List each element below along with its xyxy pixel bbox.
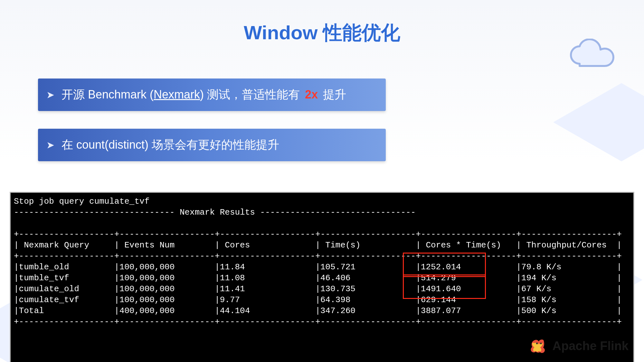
bullet-count-distinct: ➤ 在 count(distinct) 场景会有更好的性能提升 [38, 129, 386, 161]
speedup-highlight: 2x [305, 88, 318, 101]
terminal-line: |Total |400,000,000 |44.104 |347.260 |38… [14, 306, 622, 316]
slide-title: Window 性能优化 [0, 20, 644, 46]
bullet-benchmark: ➤ 开源 Benchmark (Nexmark) 测试，普适性能有 2x 提升 [38, 79, 386, 111]
terminal-line: |cumulate_old |100,000,000 |11.41 |130.7… [14, 284, 622, 294]
decorative-cube [553, 83, 644, 161]
terminal-line: Stop job query cumulate_tvf [14, 197, 149, 206]
terminal-line: |cumulate_tvf |100,000,000 |9.77 |64.398… [14, 295, 622, 305]
chevron-right-icon: ➤ [46, 139, 54, 151]
footer-logo: Apache Flink [529, 337, 629, 355]
terminal-output: Stop job query cumulate_tvf ------------… [10, 192, 634, 362]
terminal-line: +-------------------+-------------------… [14, 251, 622, 261]
chevron-right-icon: ➤ [46, 89, 54, 100]
slide: Window 性能优化 ➤ 开源 Benchmark (Nexmark) 测试，… [0, 0, 644, 362]
bullet-text: 开源 Benchmark (Nexmark) 测试，普适性能有 2x 提升 [62, 87, 346, 103]
bullet-text: 在 count(distinct) 场景会有更好的性能提升 [62, 137, 279, 153]
footer-text: Apache Flink [553, 339, 629, 353]
terminal-line: +-------------------+-------------------… [14, 229, 622, 239]
terminal-line: |tumble_old |100,000,000 |11.84 |105.721… [14, 262, 622, 272]
svg-point-1 [540, 343, 542, 344]
terminal-line: -------------------------------- Nexmark… [14, 208, 416, 217]
terminal-line: |tumble_tvf |100,000,000 |11.08 |46.406 … [14, 273, 622, 283]
terminal-line: +-------------------+-------------------… [14, 317, 622, 327]
terminal-line: | Nexmark Query | Events Num | Cores | T… [14, 240, 622, 250]
svg-point-0 [536, 343, 538, 344]
nexmark-link[interactable]: Nexmark [154, 88, 200, 101]
flink-squirrel-icon [529, 337, 547, 355]
